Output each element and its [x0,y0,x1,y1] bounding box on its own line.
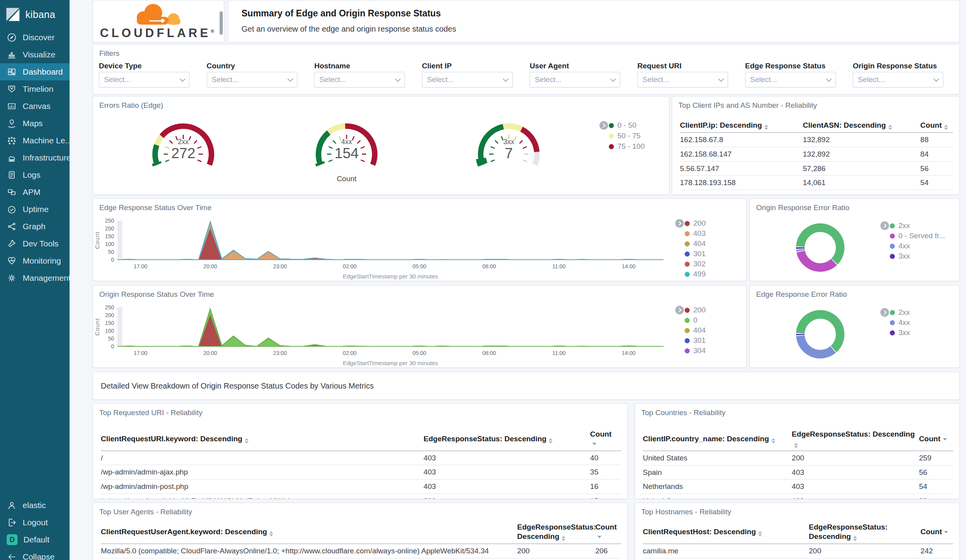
sort-down-caret [944,128,948,130]
sidebar-item-apm[interactable]: APM [0,184,70,201]
filter-select-hostname[interactable]: Select... [314,72,405,87]
filter-select-user-agent[interactable]: Select... [530,72,620,87]
filter-select-request-uri[interactable]: Select... [637,72,728,87]
legend-item[interactable]: 0 [685,316,698,325]
table-header-row: ClientIP.country_name: DescendingEdgeRes… [643,427,953,451]
sidebar-item-infrastructure[interactable]: Infrastructure [0,149,70,166]
table-cell: 54 [920,176,953,190]
legend-item[interactable]: 302 [685,260,706,268]
legend-item[interactable]: 304 [685,346,706,355]
sort-down-caret [853,539,857,541]
legend-item[interactable]: 3xx [890,328,910,337]
svg-text:7: 7 [505,145,513,161]
legend-label: 499 [693,270,706,278]
column-header[interactable]: Count [590,427,621,451]
panel-scrollbar[interactable] [220,11,223,35]
sidebar-item-visualize[interactable]: Visualize [0,46,70,63]
column-header[interactable]: ClientIP.ip: Descending [680,118,803,132]
legend-expand-button[interactable] [880,308,889,317]
table-header-row: ClientIP.ip: DescendingClientASN: Descen… [680,118,953,133]
filter-select-edge-response-status[interactable]: Select... [745,72,836,87]
filter-select-device-type[interactable]: Select... [99,72,190,87]
legend-item[interactable]: 75 - 100 [609,142,645,151]
sidebar-item-canvas[interactable]: Canvas [0,98,70,115]
column-header[interactable]: ClientRequestURI.keyword: Descending [101,432,424,446]
column-header[interactable]: ClientRequestHost: Descending [643,525,809,539]
sidebar-footer-elastic[interactable]: elastic [0,497,70,514]
table-cell: 40 [590,451,621,465]
filter-select-client-ip[interactable]: Select... [422,72,513,87]
panel-top-user-agents: Top User Agents - Reliability ClientRequ… [93,503,628,560]
sort-up-caret [758,531,762,533]
column-header[interactable]: Count [595,520,621,544]
svg-text:14:00: 14:00 [622,350,635,356]
legend-item[interactable]: 0 - Served fr... [890,232,945,240]
table-cell: 88 [920,133,953,147]
column-header[interactable]: ClientASN: Descending [803,118,921,132]
legend-item[interactable]: 2xx [890,221,910,230]
legend-item[interactable]: 499 [685,270,706,278]
legend-item[interactable]: 200 [685,306,706,314]
sidebar-item-graph[interactable]: Graph [0,218,70,235]
sidebar-item-monitoring[interactable]: Monitoring [0,252,70,269]
legend-item[interactable]: 4xx [890,242,910,250]
svg-text:20:00: 20:00 [203,350,217,356]
visualize-icon [7,50,17,60]
svg-text:Count: Count [94,231,100,249]
panel-edge-status-over-time: Edge Response Status Over Time 050100150… [93,198,746,281]
kibana-logo[interactable]: kibana [0,0,70,29]
panel-title: Top Client IPs and AS Number - Reliabili… [678,101,817,110]
sidebar-item-dev-tools[interactable]: Dev Tools [0,235,70,252]
legend-expand-button[interactable] [880,221,889,230]
sidebar-footer-default[interactable]: DDefault [0,531,70,548]
column-header[interactable]: EdgeResponseStatus: Descending [809,520,921,544]
panel-top-requested-uri: Top Requested URI - Reliability ClientRe… [93,403,628,499]
sidebar-item-discover[interactable]: Discover [0,29,70,46]
sidebar-footer-logout[interactable]: Logout [0,514,70,531]
table-row: 5.56.57.14757,28656 [680,162,953,176]
column-header[interactable]: Count [919,432,953,446]
legend-item[interactable]: 200 [685,219,706,228]
legend-item[interactable]: 404 [685,326,706,335]
legend-label: 302 [693,260,706,268]
legend-item[interactable]: 2xx [890,308,910,317]
svg-text:05:00: 05:00 [413,263,426,269]
column-header[interactable]: Count [920,118,953,132]
legend-item[interactable]: 301 [685,250,706,258]
column-header[interactable]: EdgeResponseStatus: Descending [517,520,596,544]
sidebar-footer-collapse[interactable]: Collapse [0,548,70,560]
legend-item[interactable]: 0 - 50 [609,121,637,130]
filter-select-country[interactable]: Select... [207,72,297,87]
legend-item[interactable]: 50 - 75 [609,132,640,140]
column-header[interactable]: ClientRequestUserAgent.keyword: Descendi… [101,525,517,539]
sidebar-item-uptime[interactable]: Uptime [0,201,70,218]
chevron-down-icon [718,76,724,81]
legend-label: 2xx [898,221,910,230]
svg-text:50: 50 [108,335,114,342]
sidebar-item-dashboard[interactable]: Dashboard [0,63,70,80]
sidebar-item-timelion[interactable]: Timelion [0,80,70,98]
sidebar-item-management[interactable]: Management [0,269,70,287]
column-header[interactable]: EdgeResponseStatus: Descending [424,432,590,446]
legend-item[interactable]: 4xx [890,318,910,327]
column-header[interactable]: Count [921,525,953,539]
legend-expand-button[interactable] [675,306,684,314]
legend-item[interactable]: 404 [685,239,706,248]
sidebar-item-machine-le[interactable]: Machine Le... [0,132,70,149]
sidebar-item-maps[interactable]: Maps [0,115,70,132]
sort-icon [592,443,596,445]
svg-text:50: 50 [108,249,114,255]
table-cell: Mozilla/5.0 (compatible; CloudFlare-Alwa… [101,544,517,558]
svg-text:100: 100 [105,241,114,247]
legend-item[interactable]: 301 [685,336,706,345]
filter-select-origin-response-status[interactable]: Select... [853,72,943,87]
legend-expand-button[interactable] [599,121,608,130]
column-header[interactable]: ClientIP.country_name: Descending [643,432,792,446]
legend-item[interactable]: 3xx [890,252,910,260]
column-header[interactable]: EdgeResponseStatus: Descending [792,427,919,451]
table-cell: 54 [919,480,953,494]
legend-item[interactable]: 403 [685,229,706,238]
legend-dot [685,251,690,257]
sidebar-item-logs[interactable]: Logs [0,166,70,184]
legend-expand-button[interactable] [675,219,684,228]
